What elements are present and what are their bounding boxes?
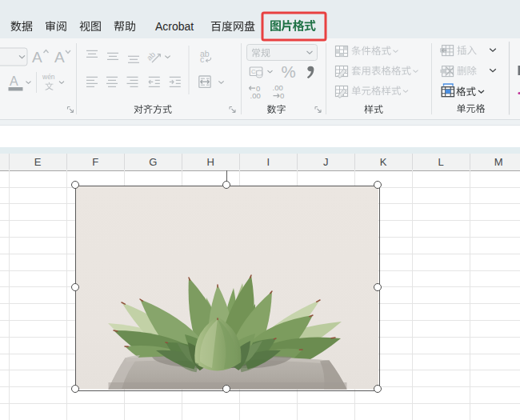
svg-text:A: A <box>54 49 65 66</box>
svg-text:wén: wén <box>42 73 55 81</box>
svg-text:A: A <box>32 49 42 66</box>
svg-text:.00: .00 <box>250 91 261 100</box>
svg-text:Acrobat: Acrobat <box>155 20 194 33</box>
svg-text:0: 0 <box>280 91 284 100</box>
svg-text:c: c <box>200 54 204 64</box>
svg-text:%: % <box>282 62 296 81</box>
svg-text:A: A <box>10 74 18 88</box>
svg-text:ab: ab <box>145 50 157 62</box>
